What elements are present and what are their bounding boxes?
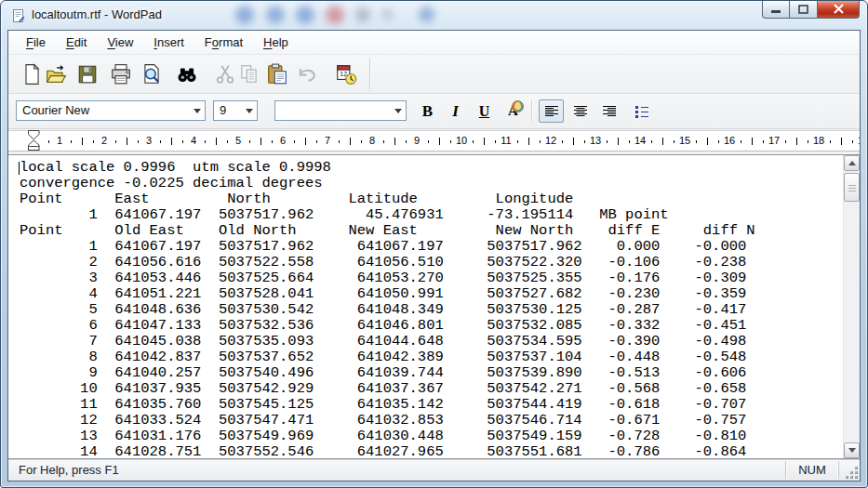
underline-icon: U — [479, 103, 490, 120]
ruler-number: 6 — [280, 134, 286, 148]
bold-button[interactable]: B — [415, 99, 440, 123]
format-separator — [531, 100, 533, 122]
screen: localtoutm.rtf - WordPad FileEditViewIns… — [0, 0, 868, 488]
undo-icon — [295, 63, 319, 86]
glass-reflection — [326, 6, 344, 24]
chevron-down-icon — [246, 109, 253, 113]
close-button[interactable] — [817, 1, 860, 19]
font-script-combo[interactable] — [274, 100, 407, 121]
title-bar[interactable]: localtoutm.rtf - WordPad — [1, 1, 867, 30]
font-size-combo[interactable]: 9 — [213, 100, 258, 121]
ruler-tick — [718, 140, 719, 143]
print-button[interactable] — [109, 62, 133, 86]
scroll-up-button[interactable] — [844, 155, 860, 171]
minimize-icon — [770, 1, 781, 18]
ruler-tick — [473, 140, 474, 143]
wordpad-app-icon[interactable] — [11, 8, 26, 23]
menu-bar: FileEditViewInsertFormatHelp — [8, 31, 860, 55]
chevron-down-icon — [194, 109, 201, 113]
scroll-down-button[interactable] — [844, 442, 860, 458]
maximize-button[interactable] — [790, 1, 817, 19]
menu-file[interactable]: File — [16, 31, 56, 54]
ruler-tick — [629, 140, 630, 143]
ruler-number: 2 — [101, 134, 107, 148]
ruler-tick — [272, 140, 273, 143]
scrollbar-thumb[interactable] — [844, 173, 860, 202]
ruler-tick — [439, 138, 440, 145]
font-family-value: Courier New — [22, 101, 188, 120]
ruler-tick — [841, 138, 842, 145]
undo-button — [295, 62, 319, 86]
wordpad-window: localtoutm.rtf - WordPad FileEditViewIns… — [0, 0, 868, 488]
document-text[interactable]: local scale 0.9996 utm scale 0.9998 conv… — [20, 160, 755, 459]
menu-edit[interactable]: Edit — [56, 31, 97, 54]
ruler-tick — [662, 138, 663, 145]
align-right-button[interactable] — [596, 99, 621, 123]
ruler-tick — [160, 140, 161, 143]
new-button[interactable] — [20, 62, 44, 86]
ruler-tick — [171, 138, 172, 145]
save-icon — [75, 63, 100, 86]
maximize-icon — [798, 1, 808, 18]
menu-help[interactable]: Help — [253, 31, 299, 54]
copy-button — [237, 62, 261, 86]
save-button[interactable] — [75, 62, 100, 86]
ruler-tick — [495, 140, 496, 143]
align-center-button[interactable] — [568, 99, 593, 123]
copy-icon — [237, 63, 261, 86]
paste-button[interactable] — [265, 62, 289, 86]
resize-grip[interactable] — [846, 467, 858, 479]
menu-format[interactable]: Format — [194, 31, 253, 54]
ruler[interactable]: 12345678910111213141516171819 — [8, 129, 860, 154]
ruler-number: 3 — [146, 134, 152, 148]
find-button[interactable] — [175, 62, 199, 86]
ruler-tick — [361, 140, 362, 143]
indent-markers[interactable] — [27, 128, 41, 152]
document-area[interactable]: local scale 0.9996 utm scale 0.9998 conv… — [8, 154, 860, 459]
glass-reflection — [266, 6, 285, 24]
ruler-tick — [249, 140, 250, 143]
new-icon — [20, 63, 44, 86]
font-family-combo[interactable]: Courier New — [16, 100, 206, 121]
ruler-tick — [517, 140, 518, 143]
window-title: localtoutm.rtf - WordPad — [32, 1, 162, 30]
num-lock-indicator: NUM — [785, 461, 839, 479]
ruler-number: 8 — [369, 134, 375, 148]
bullets-button[interactable] — [629, 99, 654, 123]
arrow-down-icon — [848, 448, 856, 453]
font-color-button[interactable]: A — [501, 99, 526, 123]
ruler-tick — [562, 140, 563, 143]
ruler-number: 4 — [191, 134, 196, 148]
italic-button[interactable]: I — [443, 99, 468, 123]
toolbar-separator — [369, 59, 371, 89]
minimize-button[interactable] — [762, 1, 790, 19]
bullets-icon — [633, 102, 651, 121]
vertical-scrollbar[interactable] — [843, 155, 860, 458]
print-preview-button[interactable] — [140, 62, 164, 86]
cut-button — [213, 62, 237, 86]
align-left-icon — [542, 102, 561, 121]
underline-button[interactable]: U — [472, 99, 497, 123]
paste-icon — [265, 63, 289, 86]
bold-icon: B — [422, 102, 433, 121]
align-left-button[interactable] — [539, 99, 564, 123]
ruler-tick — [182, 140, 183, 143]
ruler-tick — [696, 140, 697, 143]
menu-view[interactable]: View — [97, 31, 143, 54]
chevron-down-icon — [394, 109, 402, 113]
arrow-up-icon — [848, 161, 856, 165]
ruler-number: 9 — [414, 134, 420, 148]
ruler-number: 5 — [235, 134, 241, 148]
menu-insert[interactable]: Insert — [143, 31, 194, 54]
date-time-button[interactable]: 12 — [334, 62, 358, 86]
open-button[interactable] — [44, 62, 68, 86]
ruler-tick — [115, 140, 116, 143]
ruler-tick — [216, 138, 217, 145]
cut-icon — [213, 63, 237, 86]
ruler-number: 7 — [325, 134, 330, 148]
glass-reflection — [355, 7, 370, 22]
ruler-tick — [227, 140, 228, 143]
date-time-icon: 12 — [334, 63, 358, 86]
find-icon — [175, 63, 199, 86]
main-toolbar: 12 — [8, 55, 860, 94]
